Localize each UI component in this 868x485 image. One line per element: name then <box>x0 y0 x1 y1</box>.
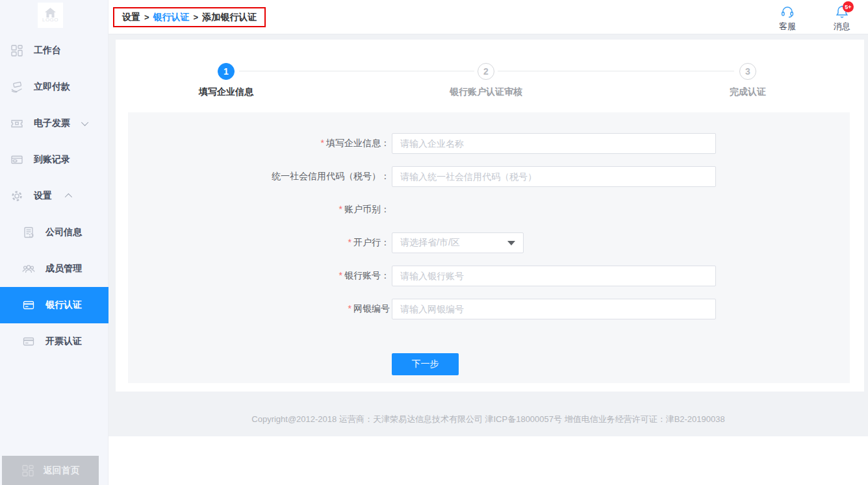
customer-service-button[interactable]: 客服 <box>774 4 800 32</box>
field-label: *开户行： <box>128 237 390 249</box>
required-asterisk: * <box>339 204 342 214</box>
return-home-label: 返回首页 <box>44 465 80 477</box>
step-label: 银行账户认证审核 <box>415 86 557 98</box>
sidebar-item-label: 银行认证 <box>45 299 82 311</box>
ticket-icon <box>10 117 23 131</box>
form-row-bank-branch: *开户行： 请选择省/市/区 <box>128 232 850 253</box>
field-label: *账户币别： <box>128 204 390 216</box>
return-home-button[interactable]: 返回首页 <box>2 456 99 485</box>
logo[interactable]: LOGO <box>38 3 63 28</box>
top-header: 设置 > 银行认证 > 添加银行认证 客服 <box>108 0 868 34</box>
sidebar-item-label: 公司信息 <box>45 227 82 238</box>
bank-branch-select[interactable]: 请选择省/市/区 <box>392 232 524 253</box>
field-label: *银行账号： <box>128 270 390 282</box>
sidebar-item-pay-now[interactable]: 立即付款 <box>0 69 108 105</box>
sidebar-item-company-info[interactable]: 公司信息 <box>0 214 108 251</box>
sidebar-item-label: 设置 <box>34 190 52 202</box>
breadcrumb-item-add-bank-auth: 添加银行认证 <box>202 12 257 23</box>
select-placeholder: 请选择省/市/区 <box>400 237 507 249</box>
form-row-ebank-code: *网银编号 <box>128 299 850 319</box>
required-asterisk: * <box>321 138 324 148</box>
required-asterisk: * <box>339 270 342 280</box>
stepper: 1 填写企业信息 2 银行账户认证审核 3 完成认证 <box>116 40 864 112</box>
ebank-code-input[interactable] <box>392 299 716 319</box>
sidebar-item-label: 到账记录 <box>34 154 70 166</box>
chevron-down-icon <box>81 119 88 126</box>
field-label: 统一社会信用代码（税号）： <box>128 171 390 182</box>
gear-icon <box>10 190 23 203</box>
grid-icon <box>21 464 34 477</box>
breadcrumb-separator: > <box>194 12 199 22</box>
home-icon <box>45 8 56 18</box>
logo-label: LOGO <box>42 17 58 23</box>
bank-card-icon <box>21 335 35 349</box>
breadcrumb-item-settings[interactable]: 设置 <box>122 12 140 23</box>
sidebar-item-e-invoice[interactable]: 电子发票 <box>0 105 108 142</box>
people-icon <box>21 262 35 276</box>
step-1: 1 填写企业信息 <box>155 63 298 98</box>
sidebar-item-label: 电子发票 <box>34 118 70 129</box>
headset-icon <box>780 4 795 19</box>
sidebar-item-arrival-records[interactable]: 到账记录 <box>0 142 108 178</box>
copyright-text: Copyright@2012-2018 运营商：天津荣易达信息技术有限公司 津I… <box>108 414 868 425</box>
company-name-input[interactable] <box>392 133 716 154</box>
field-label: *网银编号 <box>128 303 390 315</box>
app-window: LOGO 工作台 <box>0 0 868 485</box>
next-step-button[interactable]: 下一步 <box>392 353 459 375</box>
form-row-tax-code: 统一社会信用代码（税号）： <box>128 166 850 187</box>
breadcrumb-item-bank-auth[interactable]: 银行认证 <box>153 12 190 23</box>
tax-code-input[interactable] <box>392 166 716 187</box>
form-panel: *填写企业信息： 统一社会信用代码（税号）： *账户币别： <box>128 112 850 383</box>
step-number: 2 <box>478 63 494 80</box>
form-row-account-currency: *账户币别： <box>128 199 850 220</box>
unread-count-badge: 5+ <box>843 1 854 12</box>
sidebar-item-label: 工作台 <box>34 45 61 56</box>
step-label: 填写企业信息 <box>155 86 298 98</box>
caret-down-icon <box>507 241 515 245</box>
document-icon <box>21 226 35 240</box>
bank-card-icon <box>21 299 35 312</box>
sidebar-menu: 工作台 立即付款 <box>0 32 108 360</box>
step-2: 2 银行账户认证审核 <box>415 63 557 98</box>
step-number: 3 <box>739 63 756 80</box>
sidebar-item-workbench[interactable]: 工作台 <box>0 32 108 69</box>
sidebar-item-bank-auth[interactable]: 银行认证 <box>0 287 108 323</box>
chevron-up-icon <box>65 193 72 201</box>
form-row-bank-account: *银行账号： <box>128 266 850 286</box>
step-number: 1 <box>218 63 235 80</box>
sidebar-item-label: 开票认证 <box>45 336 82 347</box>
breadcrumb-separator: > <box>144 12 149 22</box>
receipt-icon <box>10 153 23 167</box>
sidebar-item-member-management[interactable]: 成员管理 <box>0 251 108 287</box>
bank-account-input[interactable] <box>392 266 716 286</box>
messages-button[interactable]: 5+ 消息 <box>829 4 855 32</box>
grid-icon <box>10 44 23 58</box>
step-label: 完成认证 <box>676 86 819 98</box>
pay-icon <box>10 81 23 94</box>
header-actions: 客服 5+ 消息 <box>774 4 855 32</box>
required-asterisk: * <box>348 303 351 314</box>
required-asterisk: * <box>348 237 351 247</box>
messages-label: 消息 <box>834 21 850 32</box>
sidebar: LOGO 工作台 <box>0 0 108 485</box>
sidebar-item-label: 立即付款 <box>34 81 70 93</box>
step-3: 3 完成认证 <box>676 63 819 98</box>
form-card: 1 填写企业信息 2 银行账户认证审核 3 完成认证 *填写企业信息： <box>116 40 864 392</box>
sidebar-item-invoice-auth[interactable]: 开票认证 <box>0 323 108 360</box>
customer-service-label: 客服 <box>779 21 796 32</box>
form-row-company-name: *填写企业信息： <box>128 133 850 154</box>
field-label: *填写企业信息： <box>128 138 390 149</box>
main-content: 1 填写企业信息 2 银行账户认证审核 3 完成认证 *填写企业信息： <box>108 34 868 436</box>
sidebar-item-label: 成员管理 <box>45 263 82 275</box>
breadcrumb: 设置 > 银行认证 > 添加银行认证 <box>113 7 266 27</box>
sidebar-item-settings[interactable]: 设置 <box>0 178 108 214</box>
